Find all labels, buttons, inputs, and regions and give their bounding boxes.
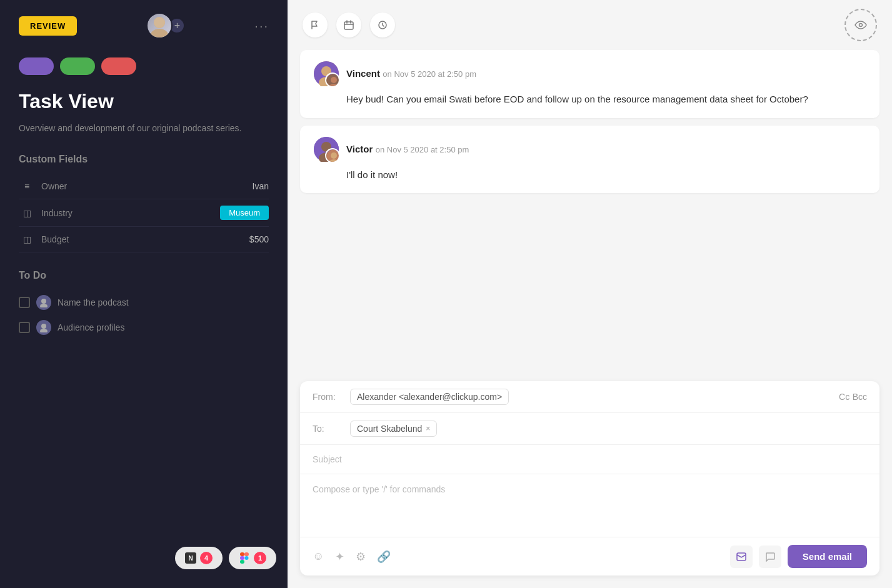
tag-green[interactable] xyxy=(60,57,95,75)
custom-fields-label: Custom Fields xyxy=(19,154,269,165)
task-title: Task View xyxy=(19,90,269,113)
todo-avatar-2 xyxy=(36,320,51,335)
svg-point-19 xyxy=(331,77,337,83)
footer-icons: ☺ ✦ ⚙ 🔗 xyxy=(313,550,391,564)
vincent-name: Vincent xyxy=(346,68,380,79)
field-row-owner: ≡ Owner Ivan xyxy=(19,174,269,199)
todo-label-1: Name the podcast xyxy=(58,297,129,307)
bottom-dock: N 4 1 xyxy=(175,547,276,569)
calendar-button[interactable] xyxy=(336,12,361,37)
right-panel: Vincent on Nov 5 2020 at 2:50 pm Hey bud… xyxy=(288,0,892,588)
industry-field-icon: ◫ xyxy=(19,207,35,219)
compose-from-row: From: Alexander <alexander@clickup.com> … xyxy=(300,381,879,413)
svg-rect-8 xyxy=(244,552,249,556)
svg-point-6 xyxy=(40,329,48,332)
tag-red[interactable] xyxy=(101,57,136,75)
tag-purple[interactable] xyxy=(19,57,54,75)
field-row-industry: ◫ Industry Museum xyxy=(19,199,269,227)
notion-badge: 4 xyxy=(200,552,213,564)
header-row: REVIEW + ··· xyxy=(19,12,269,39)
message-card-2: Victor on Nov 5 2020 at 2:50 pm I'll do … xyxy=(300,126,879,194)
industry-field-name: Industry xyxy=(41,208,220,218)
todo-label-2: Audience profiles xyxy=(58,322,124,332)
svg-point-14 xyxy=(859,24,863,27)
svg-rect-11 xyxy=(240,560,244,564)
to-remove-button[interactable]: × xyxy=(426,424,430,433)
message-header-2: Victor on Nov 5 2020 at 2:50 pm xyxy=(314,137,866,162)
email-mode-button[interactable] xyxy=(730,546,753,568)
budget-field-name: Budget xyxy=(41,234,249,244)
review-badge[interactable]: REVIEW xyxy=(19,16,77,36)
clock-button[interactable] xyxy=(370,12,395,37)
notion-icon: N xyxy=(185,552,196,564)
todo-section: To Do Name the podcast Audience profiles xyxy=(19,270,269,340)
footer-right: Send email xyxy=(730,545,867,568)
message-meta-2: Victor on Nov 5 2020 at 2:50 pm xyxy=(346,144,469,155)
from-value[interactable]: Alexander <alexander@clickup.com> xyxy=(350,389,509,405)
email-compose: From: Alexander <alexander@clickup.com> … xyxy=(300,381,879,576)
svg-point-4 xyxy=(40,304,48,307)
vincent-sub-avatar xyxy=(325,72,340,87)
send-email-button[interactable]: Send email xyxy=(788,545,867,568)
task-description: Overview and development of our original… xyxy=(19,122,269,135)
svg-point-2 xyxy=(154,17,165,28)
victor-avatar xyxy=(314,137,339,162)
chat-toolbar xyxy=(288,0,892,50)
compose-body[interactable]: Compose or type '/' for commands xyxy=(300,474,879,537)
todo-checkbox-1[interactable] xyxy=(19,297,30,308)
victor-sub-avatar xyxy=(325,148,340,163)
svg-point-1 xyxy=(151,29,168,37)
vincent-message-body: Hey bud! Can you email Swati before EOD … xyxy=(346,92,866,107)
eye-button[interactable] xyxy=(844,9,877,41)
victor-name: Victor xyxy=(346,144,373,154)
victor-time: on Nov 5 2020 at 2:50 pm xyxy=(376,145,469,154)
industry-field-value[interactable]: Museum xyxy=(220,206,269,220)
vincent-time: on Nov 5 2020 at 2:50 pm xyxy=(383,69,476,79)
compose-to-row: To: Court Skabelund × xyxy=(300,413,879,445)
owner-field-name: Owner xyxy=(41,181,253,191)
field-row-budget: ◫ Budget $500 xyxy=(19,227,269,252)
flag-button[interactable] xyxy=(303,12,328,37)
bcc-button[interactable]: Bcc xyxy=(853,392,867,402)
todo-item-1: Name the podcast xyxy=(19,290,269,315)
owner-field-value[interactable]: Ivan xyxy=(253,181,269,191)
figma-badge: 1 xyxy=(254,552,266,564)
comment-mode-button[interactable] xyxy=(759,546,781,568)
more-options-button[interactable]: ··· xyxy=(254,19,269,33)
left-panel: REVIEW + ··· Task View Overview and deve… xyxy=(0,0,288,588)
figma-dock-button[interactable]: 1 xyxy=(229,547,276,569)
toolbar-left xyxy=(303,12,395,37)
sparkle-button[interactable]: ✦ xyxy=(335,550,344,564)
svg-rect-7 xyxy=(240,552,244,556)
emoji-button[interactable]: ☺ xyxy=(313,550,324,563)
to-value[interactable]: Court Skabelund × xyxy=(350,421,437,437)
budget-field-value[interactable]: $500 xyxy=(249,234,269,244)
todo-checkbox-2[interactable] xyxy=(19,322,30,333)
attachment-button[interactable]: 🔗 xyxy=(377,550,391,564)
figma-icon xyxy=(239,552,250,564)
custom-fields-section: Custom Fields ≡ Owner Ivan ◫ Industry Mu… xyxy=(19,154,269,252)
todo-label: To Do xyxy=(19,270,269,281)
subject-row: Subject xyxy=(300,445,879,474)
svg-point-25 xyxy=(331,152,337,159)
svg-rect-27 xyxy=(737,553,746,561)
to-label: To: xyxy=(313,424,350,434)
owner-field-icon: ≡ xyxy=(19,180,35,192)
svg-rect-12 xyxy=(344,22,353,29)
message-card-1: Vincent on Nov 5 2020 at 2:50 pm Hey bud… xyxy=(300,50,879,118)
todo-item-2: Audience profiles xyxy=(19,315,269,340)
cc-button[interactable]: Cc xyxy=(839,392,849,402)
subject-field[interactable]: Subject xyxy=(313,454,342,464)
settings-button[interactable]: ⚙ xyxy=(356,550,366,564)
todo-avatar-1 xyxy=(36,295,51,310)
notion-dock-button[interactable]: N 4 xyxy=(175,547,223,569)
svg-point-10 xyxy=(245,556,249,560)
vincent-avatar xyxy=(314,61,339,86)
budget-field-icon: ◫ xyxy=(19,233,35,246)
color-tags xyxy=(19,57,269,75)
compose-footer: ☺ ✦ ⚙ 🔗 Send email xyxy=(300,537,879,576)
chat-area: Vincent on Nov 5 2020 at 2:50 pm Hey bud… xyxy=(288,50,892,381)
message-meta-1: Vincent on Nov 5 2020 at 2:50 pm xyxy=(346,68,476,79)
victor-message-body: I'll do it now! xyxy=(346,168,866,182)
from-label: From: xyxy=(313,392,350,402)
